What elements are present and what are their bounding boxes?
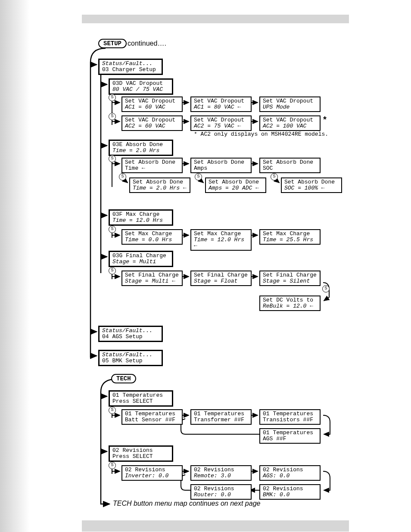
max-charge-0: Set Max Charge Time = 0.0 Hrs: [121, 229, 183, 245]
asterisk-icon: *: [322, 115, 327, 125]
value: AC1 = 80 VAC ←: [194, 104, 248, 110]
value: SOC = 100% ←: [284, 185, 339, 191]
value: Stage = Multi: [112, 259, 169, 265]
s-icon: S: [109, 407, 116, 414]
connector-lines: [0, 0, 411, 532]
value: Remote: 3.0: [194, 473, 248, 479]
s-icon: S: [119, 173, 126, 180]
temp-ags: 01 Temperatures AGS ##F: [259, 428, 321, 444]
absorb-amps-value: Set Absorb Done Amps = 20 ADC ←: [205, 177, 266, 193]
value: Transformer ##F: [194, 417, 248, 423]
label: Set Final Charge: [194, 272, 248, 278]
value: Router: 0.0: [194, 492, 248, 498]
vac-ac2-100: Set VAC Dropout AC2 = 100 VAC: [259, 115, 321, 131]
value: Time = 2.0 Hrs: [112, 148, 169, 154]
value: 04 AGS Setup: [102, 334, 159, 340]
s-icon: S: [109, 462, 116, 469]
s-icon: S: [271, 173, 278, 180]
label: Status/Fault...: [102, 328, 159, 334]
value: Amps: [194, 165, 248, 171]
ac2-footnote: * AC2 only displays on MSH4024RE models.: [194, 131, 328, 137]
vac-ac1-80: Set VAC Dropout AC1 = 80 VAC ←: [190, 96, 252, 112]
label: 02 Revisions: [125, 467, 179, 473]
value: Stage = Multi ←: [125, 278, 179, 284]
value: AC2 = 100 VAC: [263, 123, 317, 129]
max-charge-12: Set Max Charge Time = 12.0 Hrs ←: [190, 229, 252, 251]
charger-setup-l2: 03 Charger Setup: [102, 67, 159, 73]
label: Status/Fault...: [102, 352, 159, 358]
label: 02 Revisions: [112, 448, 169, 454]
charger-setup-l1: Status/Fault...: [102, 61, 159, 67]
value: Batt Sensor ##F: [125, 417, 179, 423]
label: Set Max Charge: [194, 231, 248, 237]
value: UPS Mode: [263, 104, 317, 110]
value: AC2 = 75 VAC ←: [194, 123, 248, 129]
s-icon: S: [109, 155, 116, 162]
charger-setup-box: Status/Fault... 03 Charger Setup: [98, 59, 163, 75]
value: SOC: [263, 165, 317, 171]
dc-rebulk: Set DC Volts to ReBulk = 12.0 ←: [259, 296, 321, 311]
value: AGS: 0.0: [263, 473, 317, 479]
label: 01 Temperatures: [112, 392, 169, 398]
bmk-setup-box: Status/Fault... 05 BMK Setup: [98, 350, 163, 366]
temp-batt-sensor: 01 Temperatures Batt Sensor ##F: [121, 409, 183, 425]
revisions-header: 02 Revisions Press SELECT: [109, 445, 173, 462]
absorb-time-value: Set Absorb Done Time = 2.0 Hrs ←: [129, 177, 190, 193]
label: Set Absorb Done: [125, 159, 179, 165]
tech-continues-text: TECH button menu map continues on next p…: [113, 500, 260, 507]
label: Set Absorb Done: [194, 159, 248, 165]
label: Set Absorb Done: [133, 179, 187, 185]
value: Stage = Silent: [263, 278, 317, 284]
label: Set Max Charge: [263, 231, 317, 237]
final-silent: Set Final Charge Stage = Silent: [259, 271, 321, 286]
temp-transformer: 01 Temperatures Transformer ##F: [190, 409, 252, 425]
label: Set Absorb Done: [284, 179, 339, 185]
label: Set VAC Dropout: [263, 98, 317, 104]
value: Amps = 20 ADC ←: [209, 185, 263, 191]
label: 02 Revisions: [263, 467, 317, 473]
value: Time = 12.0 Hrs: [112, 218, 169, 224]
label: Set Max Charge: [125, 231, 179, 237]
final-multi: Set Final Charge Stage = Multi ←: [121, 271, 183, 286]
final-float: Set Final Charge Stage = Float: [190, 271, 252, 286]
value: AC2 = 60 VAC: [125, 123, 179, 129]
s-icon: S: [195, 173, 202, 180]
vac-dropout-l2: 80 VAC / 75 VAC: [112, 87, 169, 93]
temperatures-header: 01 Temperatures Press SELECT: [109, 390, 173, 407]
label: Set VAC Dropout: [125, 117, 179, 123]
value: BMK: 0.0: [263, 492, 317, 498]
label: Set VAC Dropout: [125, 98, 179, 104]
rev-router: 02 Revisions Router: 0.0: [190, 484, 252, 500]
label: Set Absorb Done: [263, 159, 317, 165]
label: 02 Revisions: [194, 486, 248, 492]
label: Set VAC Dropout: [194, 117, 248, 123]
bottom-gray-band: [82, 520, 349, 532]
label: 03E Absorb Done: [112, 142, 169, 148]
label: 01 Temperatures: [194, 411, 248, 417]
value: 05 BMK Setup: [102, 358, 159, 364]
s-icon: S: [109, 113, 116, 120]
label: 03F Max Charge: [112, 212, 169, 218]
value: ReBulk = 12.0 ←: [263, 303, 317, 309]
s-icon: S: [322, 285, 330, 292]
top-gray-band: [82, 15, 349, 23]
ags-setup-box: Status/Fault... 04 AGS Setup: [98, 326, 163, 342]
value: Time = 2.0 Hrs ←: [133, 185, 187, 191]
s-icon: S: [109, 226, 116, 233]
continued-text: continued….: [128, 40, 166, 47]
value: Stage = Float: [194, 278, 248, 284]
s-icon: S: [109, 94, 116, 101]
vac-ac1-ups: Set VAC Dropout UPS Mode: [259, 96, 321, 112]
value: AGS ##F: [263, 436, 317, 442]
max-charge-25: Set Max Charge Time = 25.5 Hrs: [259, 229, 321, 245]
label: 02 Revisions: [263, 486, 317, 492]
rev-inverter: 02 Revisions Inverter: 0.0: [121, 465, 183, 481]
label: 01 Temperatures: [125, 411, 179, 417]
label: 02 Revisions: [194, 467, 248, 473]
label: Set Final Charge: [263, 272, 317, 278]
rev-ags: 02 Revisions AGS: 0.0: [259, 465, 321, 481]
value: Press SELECT: [112, 454, 169, 460]
absorb-amps: Set Absorb Done Amps: [190, 158, 252, 173]
vac-ac2-60: Set VAC Dropout AC2 = 60 VAC: [121, 115, 183, 131]
label: Set Final Charge: [125, 272, 179, 278]
